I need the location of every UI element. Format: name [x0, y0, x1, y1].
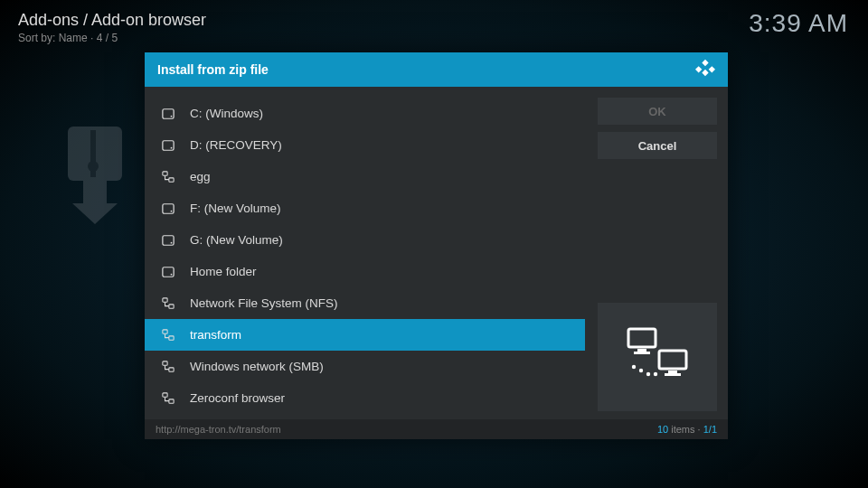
file-item[interactable]: G: (New Volume): [145, 224, 585, 256]
file-item[interactable]: D: (RECOVERY): [145, 129, 585, 161]
svg-rect-18: [169, 335, 174, 339]
preview-panel: [598, 303, 717, 411]
ok-button[interactable]: OK: [598, 98, 717, 125]
file-item[interactable]: transform: [145, 319, 585, 351]
install-from-zip-dialog: Install from zip file C: (Windows)D: (RE…: [145, 52, 728, 439]
file-item[interactable]: Network File System (NFS): [145, 287, 585, 319]
dialog-body: C: (Windows)D: (RECOVERY)eggF: (New Volu…: [145, 87, 728, 419]
svg-point-32: [654, 372, 657, 376]
svg-point-6: [171, 146, 173, 148]
kodi-logo-icon: [695, 58, 715, 81]
network-icon: [159, 171, 177, 183]
drive-icon: [159, 266, 177, 278]
dot-sep: ·: [90, 32, 97, 44]
network-icon: [159, 329, 177, 342]
svg-rect-21: [163, 392, 167, 396]
network-icon: [159, 361, 177, 373]
svg-point-10: [171, 210, 173, 211]
svg-rect-8: [169, 177, 174, 181]
svg-rect-26: [659, 351, 686, 369]
file-item-label: egg: [190, 170, 211, 183]
file-item-label: D: (RECOVERY): [190, 138, 282, 152]
svg-rect-20: [169, 367, 174, 371]
svg-rect-11: [163, 235, 174, 245]
svg-rect-16: [169, 304, 174, 307]
background-zip-icon: [63, 127, 145, 230]
file-item[interactable]: Home folder: [145, 256, 585, 287]
breadcrumb: Add-ons / Add-on browser: [18, 11, 206, 30]
page-index: 4 / 5: [97, 32, 118, 44]
svg-rect-28: [665, 373, 681, 376]
svg-point-31: [646, 372, 650, 376]
file-item-label: C: (Windows): [190, 107, 263, 120]
svg-rect-17: [163, 329, 167, 333]
svg-rect-13: [163, 267, 174, 277]
footer-count: 10 items · 1/1: [657, 424, 717, 435]
file-item-label: Network File System (NFS): [190, 296, 338, 310]
file-item-label: Zeroconf browser: [190, 391, 285, 405]
svg-rect-5: [163, 140, 174, 150]
svg-rect-25: [634, 352, 650, 354]
network-icon: [159, 297, 177, 310]
file-item-label: transform: [190, 328, 241, 342]
file-list: C: (Windows)D: (RECOVERY)eggF: (New Volu…: [145, 98, 585, 414]
svg-point-29: [632, 365, 636, 369]
file-item[interactable]: Windows network (SMB): [145, 351, 585, 382]
dialog-title: Install from zip file: [157, 62, 269, 77]
svg-rect-27: [668, 371, 677, 373]
sort-info: Sort by: Name · 4 / 5: [18, 32, 206, 44]
svg-rect-7: [163, 171, 167, 174]
svg-point-4: [171, 115, 173, 117]
dialog-header: Install from zip file: [145, 52, 728, 87]
svg-rect-22: [169, 399, 174, 402]
file-item-label: Windows network (SMB): [190, 360, 324, 373]
svg-point-12: [171, 241, 173, 243]
file-item-label: F: (New Volume): [190, 202, 281, 215]
file-item[interactable]: F: (New Volume): [145, 192, 585, 224]
cancel-button[interactable]: Cancel: [598, 132, 717, 159]
side-panel: OK Cancel: [598, 98, 717, 414]
svg-point-14: [171, 273, 173, 275]
file-item[interactable]: egg: [145, 161, 585, 192]
drive-icon: [159, 202, 177, 215]
network-icon: [159, 392, 177, 405]
svg-point-2: [88, 161, 99, 172]
file-item[interactable]: C: (Windows): [145, 98, 585, 129]
clock: 3:39 AM: [749, 9, 848, 38]
page-header: Add-ons / Add-on browser Sort by: Name ·…: [18, 11, 206, 44]
svg-rect-19: [163, 361, 167, 364]
page-count: 1/1: [703, 424, 717, 435]
network-computers-icon: [621, 324, 693, 390]
file-item[interactable]: Zeroconf browser: [145, 382, 585, 414]
item-count: 10: [657, 424, 668, 435]
svg-rect-9: [163, 203, 174, 213]
svg-rect-15: [163, 297, 167, 301]
svg-point-30: [639, 369, 643, 372]
sort-label: Sort by: Name: [18, 32, 88, 44]
drive-icon: [159, 108, 177, 120]
file-item-label: G: (New Volume): [190, 233, 283, 247]
drive-icon: [159, 139, 177, 152]
item-label: items ·: [668, 424, 703, 435]
drive-icon: [159, 234, 177, 247]
file-item-label: Home folder: [190, 265, 257, 278]
footer-path: http://mega-tron.tv/transform: [156, 424, 281, 435]
dialog-footer: http://mega-tron.tv/transform 10 items ·…: [145, 419, 728, 439]
svg-rect-23: [628, 329, 656, 347]
svg-rect-3: [163, 108, 174, 118]
svg-rect-24: [637, 349, 646, 352]
